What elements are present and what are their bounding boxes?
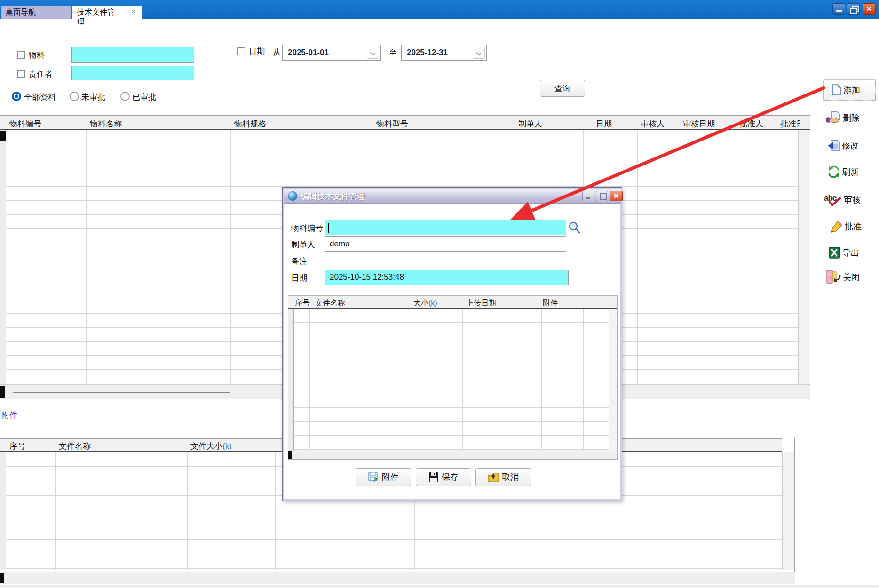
remark-input[interactable] — [325, 253, 566, 268]
field-label-date: 日期 — [291, 273, 307, 283]
material-label: 物料 — [29, 50, 45, 61]
sidebar-delete-button[interactable]: 删除 — [826, 111, 860, 125]
column-header[interactable]: 批准人 — [739, 118, 763, 129]
chevron-down-icon[interactable] — [367, 47, 379, 59]
tab-desktop-navigation[interactable]: 桌面导航 — [1, 6, 71, 19]
date-to-select[interactable]: 2025-12-31 — [401, 45, 487, 61]
search-icon[interactable] — [568, 221, 581, 234]
attachment-link[interactable]: 附件 — [1, 410, 17, 421]
tab-close-icon[interactable]: × — [131, 8, 135, 19]
scrollbar-thumb[interactable] — [0, 386, 5, 398]
radio-unapproved[interactable] — [70, 92, 79, 101]
field-label-material-code: 物料编号 — [291, 223, 323, 234]
sidebar-audit-button[interactable]: abc 审核 — [824, 194, 861, 206]
column-header[interactable]: 文件名称 — [315, 298, 345, 308]
sidebar-approve-button[interactable]: 批准 — [831, 220, 862, 233]
tab-bar: 桌面导航 技术文件管理... × — [0, 0, 879, 19]
vertical-scrollbar[interactable] — [609, 309, 617, 450]
date-input[interactable]: 2025-10-15 12:53:48 — [325, 270, 569, 285]
dialog-minimize-button[interactable] — [582, 191, 594, 201]
radio-approved[interactable] — [120, 92, 130, 101]
column-header[interactable]: 物料编号 — [9, 118, 41, 129]
date-from-select[interactable]: 2025-01-01 — [282, 45, 381, 61]
grid-column-line — [410, 309, 410, 450]
owner-checkbox[interactable] — [17, 70, 25, 78]
column-header[interactable]: 序号 — [295, 298, 310, 308]
column-header[interactable]: 物料规格 — [234, 118, 266, 129]
sidebar-button-label: 修改 — [842, 140, 859, 151]
grid-column-line — [55, 452, 56, 570]
sidebar-button-label: 删除 — [843, 112, 860, 124]
date-to-label: 至 — [389, 47, 397, 58]
grid-column-line — [679, 130, 679, 384]
field-label-remark: 备注 — [291, 256, 307, 267]
vertical-scrollbar[interactable] — [798, 130, 810, 384]
sidebar-close-button[interactable]: 关闭 — [826, 269, 860, 285]
dialog-file-table-body — [294, 309, 609, 450]
dialog-maximize-button[interactable] — [596, 191, 608, 201]
tab-label: 技术文件管理... — [77, 8, 127, 19]
column-header[interactable]: 审核日期 — [683, 118, 715, 129]
sidebar-export-button[interactable]: 导出 — [829, 247, 859, 259]
maximize-icon — [596, 191, 608, 201]
dialog-file-table-header: 序号 文件名称 大小(k) 上传日期 附件 — [288, 296, 617, 309]
row-header-strip — [0, 452, 6, 570]
column-header[interactable]: 物料型号 — [376, 118, 408, 129]
sidebar-refresh-button[interactable]: 刷新 — [828, 165, 859, 178]
refresh-arrows-icon — [828, 165, 840, 178]
column-header[interactable]: 文件大小(k) — [190, 441, 232, 452]
scrollbar-thumb[interactable] — [288, 451, 292, 459]
horizontal-scrollbar[interactable] — [288, 450, 617, 459]
creator-input[interactable]: demo — [325, 236, 566, 252]
cancel-folder-icon — [488, 472, 499, 482]
row-header-strip — [288, 309, 294, 450]
column-header[interactable]: 审核人 — [641, 118, 665, 129]
scrollbar-thumb[interactable] — [0, 573, 4, 583]
close-icon — [863, 4, 875, 14]
sidebar-button-label: 添加 — [843, 84, 860, 95]
column-header[interactable]: 上传日期 — [466, 298, 496, 308]
column-header[interactable]: 制单人 — [518, 118, 542, 129]
dialog-close-button[interactable] — [610, 191, 623, 201]
owner-input[interactable] — [71, 66, 194, 80]
window-close-button[interactable] — [863, 3, 876, 15]
column-header[interactable]: 物料名称 — [90, 118, 122, 129]
sidebar-modify-button[interactable]: 修改 — [828, 140, 859, 152]
scrollbar-thumb[interactable] — [13, 392, 230, 393]
horizontal-scrollbar[interactable] — [0, 572, 795, 584]
material-input[interactable] — [71, 47, 194, 63]
radio-approved-label: 已审批 — [132, 92, 156, 102]
column-header[interactable]: 大小(k) — [413, 298, 437, 308]
attachment-button[interactable]: 附件 — [356, 468, 411, 486]
material-code-input[interactable] — [325, 220, 566, 235]
chevron-down-icon[interactable] — [473, 47, 485, 59]
audit-abc-check-icon: abc — [824, 194, 842, 206]
sidebar-button-label: 批准 — [845, 221, 862, 232]
column-header[interactable]: 文件名称 — [59, 441, 91, 452]
dialog-title-bar[interactable]: 编辑技术文件管理 — [284, 189, 621, 204]
window-minimize-button[interactable] — [832, 3, 845, 15]
column-header[interactable]: 批准日期 — [780, 118, 800, 129]
radio-unapproved-label: 未审批 — [81, 92, 105, 102]
save-button[interactable]: 保存 — [416, 468, 471, 486]
material-checkbox[interactable] — [17, 51, 25, 59]
date-checkbox[interactable] — [237, 47, 245, 55]
grid-column-line — [462, 309, 463, 450]
column-header[interactable]: 附件 — [543, 298, 558, 308]
query-button[interactable]: 查询 — [540, 80, 585, 97]
grid-column-line — [777, 130, 777, 384]
grid-column-line — [275, 452, 276, 570]
cancel-button[interactable]: 取消 — [475, 468, 531, 486]
column-header[interactable]: 日期 — [596, 118, 612, 129]
window-restore-button[interactable] — [847, 3, 860, 15]
date-from-value: 2025-01-01 — [288, 48, 329, 57]
date-from-label: 从 — [273, 47, 281, 58]
tab-tech-doc-management[interactable]: 技术文件管理... × — [72, 6, 142, 19]
sidebar-add-button[interactable]: 添加 — [823, 80, 876, 101]
radio-all-records[interactable] — [12, 92, 21, 101]
grid-column-line — [736, 130, 736, 384]
column-header[interactable]: 序号 — [9, 441, 25, 452]
vertical-scrollbar[interactable] — [782, 452, 794, 570]
status-strip — [0, 585, 879, 588]
grid-column-line — [637, 130, 638, 384]
